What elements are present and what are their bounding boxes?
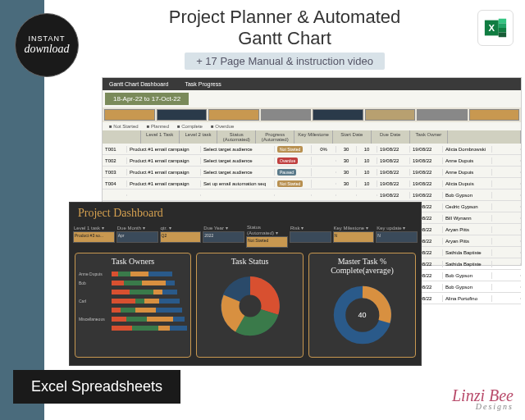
filter-box[interactable] — [313, 109, 363, 121]
filter-box[interactable] — [417, 109, 468, 121]
gantt-title: Gantt Chart Dashboard — [109, 81, 168, 87]
page-subtitle: + 17 Page Manual & instruction video — [185, 52, 385, 70]
dashboard-filter[interactable]: Key Milestone ▾ N — [333, 224, 375, 248]
table-row[interactable]: 19/08/22 19/08/22 Bob Gypson — [103, 189, 521, 201]
dashboard-panels: Task Owners Anne DupuisBobCarlMiscellane… — [70, 248, 421, 363]
owners-chart: Anne DupuisBobCarlMiscellaneous — [79, 269, 187, 332]
dashboard-filter[interactable]: Due Month ▾ Apr — [116, 224, 158, 248]
owner-row — [79, 287, 187, 296]
gantt-date-range: 18-Apr-22 to 17-Oct-22 — [105, 93, 189, 105]
gantt-date-row: 18-Apr-22 to 17-Oct-22 — [103, 90, 521, 107]
filter-box[interactable] — [469, 109, 520, 121]
filter-box[interactable] — [157, 109, 208, 121]
svg-rect-2 — [499, 19, 506, 24]
svg-text:X: X — [489, 23, 495, 33]
filter-box[interactable] — [104, 109, 155, 121]
gantt-progress-label: Task Progress — [185, 81, 221, 87]
table-row[interactable]: T004 Product #1 email campaign Set up em… — [103, 178, 521, 189]
svg-rect-5 — [499, 33, 506, 38]
gantt-column-headers: Level 1 Task Level 2 task Status (Automa… — [103, 130, 521, 144]
page-title: Project Planner & AutomatedGantt Chart — [77, 7, 492, 50]
owner-row: Carl — [79, 296, 187, 305]
status-pie-chart — [200, 269, 299, 343]
complete-panel: Master Task % Complete(average) 40 — [308, 253, 416, 358]
filter-box[interactable] — [208, 109, 259, 121]
owner-row — [79, 305, 187, 314]
badge-text-top: INSTANT — [29, 34, 66, 43]
dashboard-filter[interactable]: Level 1 task ▾ Product #3 so... — [73, 224, 115, 248]
title-area: Project Planner & AutomatedGantt Chart +… — [44, 0, 525, 73]
dashboard-filter[interactable]: Status (Automated) ▾ Not Started — [246, 224, 288, 248]
svg-rect-4 — [499, 28, 506, 33]
table-row[interactable]: T003 Product #1 email campaign Select ta… — [103, 167, 521, 178]
dashboard-filter[interactable]: Due Year ▾ 2022 — [203, 224, 244, 248]
instant-download-badge: INSTANT download — [15, 13, 79, 77]
owner-row — [79, 323, 187, 332]
dashboard-filter[interactable]: Risk ▾ — [290, 224, 331, 248]
complete-donut-chart: 40 — [313, 278, 412, 352]
dashboard-filters: Level 1 task ▾ Product #3 so... Due Mont… — [70, 224, 421, 248]
owner-row: Bob — [79, 278, 187, 287]
dashboard-title: Project Dashboard — [70, 203, 421, 224]
panel-title: Master Task % Complete(average) — [313, 257, 412, 275]
table-row[interactable]: T002 Product #1 email campaign Select ta… — [103, 155, 521, 167]
owner-row: Miscellaneous — [79, 314, 187, 323]
svg-point-7 — [239, 295, 261, 317]
dashboard-filter[interactable]: Key update ▾ N — [376, 224, 418, 248]
badge-text-bottom: download — [24, 43, 69, 56]
bottom-label: Excel Spreadsheets — [13, 370, 180, 404]
svg-rect-3 — [499, 23, 506, 28]
complete-value: 40 — [358, 311, 366, 319]
panel-title: Task Owners — [79, 257, 187, 266]
gantt-legend: ■ Not Started ■ Planned ■ Complete ■ Ove… — [103, 122, 521, 130]
table-row[interactable]: T001 Product #1 email campaign Select ta… — [103, 144, 521, 155]
filter-box[interactable] — [261, 109, 312, 121]
panel-title: Task Status — [200, 257, 299, 266]
watermark-logo: Linzi Bee Designs — [452, 388, 514, 410]
project-dashboard-preview: Project Dashboard Level 1 task ▾ Product… — [69, 202, 422, 366]
filter-box[interactable] — [365, 109, 416, 121]
owner-row: Anne Dupuis — [79, 269, 187, 278]
excel-logo-icon: X — [477, 10, 514, 46]
dashboard-filter[interactable]: qtr. ▾ Q2 — [160, 224, 202, 248]
main-content: X Project Planner & AutomatedGantt Chart… — [44, 0, 525, 420]
gantt-filter-row — [103, 107, 521, 122]
gantt-header: Gantt Chart Dashboard Task Progress — [103, 78, 521, 90]
task-owners-panel: Task Owners Anne DupuisBobCarlMiscellane… — [75, 253, 191, 358]
task-status-panel: Task Status — [196, 253, 304, 358]
